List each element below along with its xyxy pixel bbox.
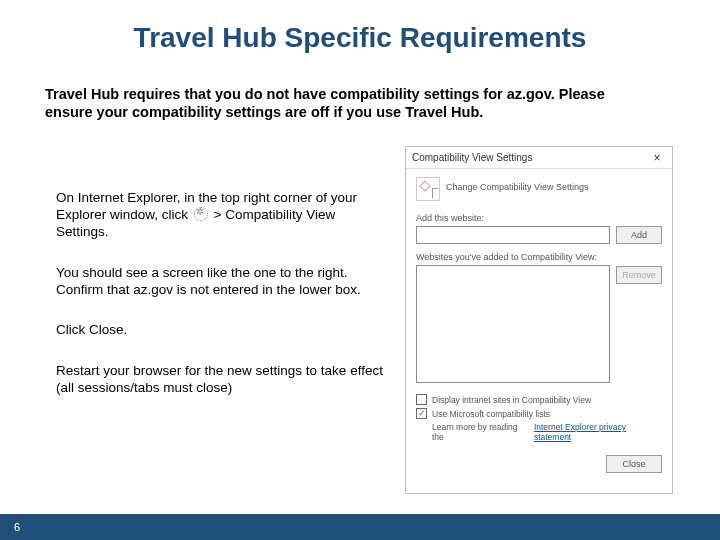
add-website-label: Add this website: <box>416 213 662 223</box>
remove-button[interactable]: Remove <box>616 266 662 284</box>
intranet-checkbox-label: Display intranet sites in Compatibility … <box>432 395 591 405</box>
added-websites-list[interactable] <box>416 265 610 383</box>
page-number: 6 <box>14 521 20 533</box>
close-button[interactable]: Close <box>606 455 662 473</box>
footer-bar: 6 <box>0 514 720 540</box>
step-2: You should see a screen like the one to … <box>56 265 386 299</box>
page-title: Travel Hub Specific Requirements <box>0 22 720 54</box>
instruction-steps: On Internet Explorer, in the top right c… <box>56 190 386 421</box>
close-icon[interactable]: × <box>648 149 666 167</box>
intranet-checkbox[interactable] <box>416 394 427 405</box>
compat-view-dialog: Compatibility View Settings × Change Com… <box>405 146 673 494</box>
dialog-title-text: Compatibility View Settings <box>412 152 532 163</box>
dialog-titlebar: Compatibility View Settings × <box>406 147 672 169</box>
ms-lists-checkbox[interactable]: ✓ <box>416 408 427 419</box>
compat-icon <box>416 177 440 201</box>
step-1: On Internet Explorer, in the top right c… <box>56 190 386 241</box>
dialog-header-text: Change Compatibility View Settings <box>446 177 588 192</box>
lead-paragraph: Travel Hub requires that you do not have… <box>45 85 625 121</box>
step-3: Click Close. <box>56 322 386 339</box>
gear-icon <box>194 207 208 221</box>
add-website-input[interactable] <box>416 226 610 244</box>
privacy-link[interactable]: Internet Explorer privacy statement <box>534 422 662 442</box>
step-4: Restart your browser for the new setting… <box>56 363 386 397</box>
added-list-label: Websites you've added to Compatibility V… <box>416 252 610 262</box>
learn-more-text: Learn more by reading the <box>432 422 529 442</box>
add-button[interactable]: Add <box>616 226 662 244</box>
ms-lists-checkbox-label: Use Microsoft compatibility lists <box>432 409 550 419</box>
